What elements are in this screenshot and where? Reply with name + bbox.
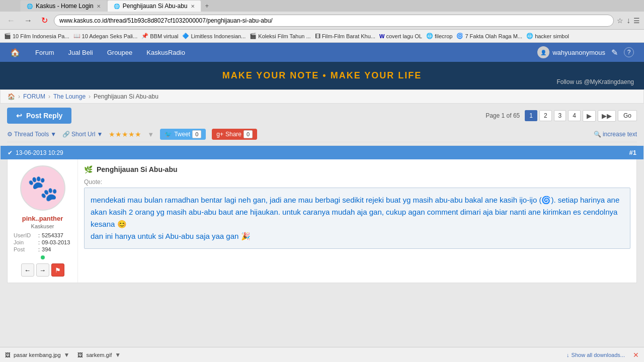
username-nav: wahyuanonymous — [552, 49, 605, 56]
help-icon[interactable]: ? — [624, 47, 634, 57]
bookmark-9[interactable]: 🌐hacker simbol — [526, 33, 569, 39]
thread-toolbar: ⚙ Thread Tools ▼ 🔗 Short Url ▼ ★★★★★ ▼ 🐦… — [7, 127, 637, 142]
share-count: 0 — [244, 130, 253, 138]
bookmark-6[interactable]: Wcovert lagu OL — [379, 33, 422, 39]
download-item-1[interactable]: 🖼 sarkem.gif ▼ — [77, 351, 121, 358]
next-post-button[interactable]: → — [36, 263, 49, 277]
settings-icon[interactable]: ☰ — [633, 17, 640, 25]
tab-label-kaskus: Kaskus - Home Login — [36, 3, 94, 10]
download-arrow-0[interactable]: ▼ — [64, 351, 70, 358]
post-reply-button[interactable]: ↩ Post Reply — [7, 108, 71, 124]
emoji-2: 😊 — [117, 220, 127, 228]
download-label-1: sarkem.gif — [86, 352, 112, 358]
nav-kaskusradio[interactable]: KaskusRadio — [139, 45, 192, 60]
forward-button[interactable]: → — [21, 15, 35, 26]
twitter-icon: 🐦 — [165, 131, 172, 138]
page-next-button[interactable]: ▶ — [583, 110, 596, 122]
user-actions: ← → ⚑ — [21, 263, 64, 277]
rating-stars[interactable]: ★★★★★ — [109, 130, 141, 138]
tab-thread[interactable]: 🌐 Penghijauan Si Abu-abu ✕ — [107, 0, 201, 12]
bookmark-4[interactable]: 🎬Koleksi Film Tahun ... — [250, 33, 310, 39]
download-arrow-1[interactable]: ▼ — [115, 351, 121, 358]
nav-groupee[interactable]: Groupee — [100, 45, 140, 60]
breadcrumb: 🏠 › FORUM › The Lounge › Penghijauan Si … — [0, 89, 644, 104]
breadcrumb-section[interactable]: The Lounge — [53, 93, 86, 100]
check-icon: ✔ — [8, 149, 13, 156]
increase-text-label: increase text — [603, 131, 637, 138]
post-date: ✔ 13-06-2013 10:29 — [8, 149, 63, 156]
breadcrumb-sep-2: › — [89, 93, 91, 100]
user-info: 👤 wahyuanonymous — [537, 46, 605, 58]
show-all-downloads[interactable]: ↓ Show all downloads... — [567, 352, 625, 358]
post-user-rank: Kaskuser — [31, 223, 54, 229]
page-label: Page 1 of 65 — [486, 112, 520, 119]
banner: MAKE YOUR NOTE • MAKE YOUR LIFE Follow u… — [0, 62, 644, 89]
close-download-bar[interactable]: ✕ — [633, 351, 639, 359]
post-content: 🌿 Penghijauan Si Abu-abu Quote: mendekat… — [78, 159, 636, 283]
breadcrumb-sep-0: › — [18, 93, 20, 100]
breadcrumb-forum[interactable]: FORUM — [23, 93, 45, 100]
site-nav-right: 👤 wahyuanonymous ✎ ? — [537, 46, 634, 58]
breadcrumb-thread: Penghijauan Si Abu-abu — [94, 93, 158, 100]
short-url-button[interactable]: 🔗 Short Url ▼ — [62, 131, 103, 138]
flag-user-button[interactable]: ⚑ — [51, 263, 64, 277]
user-avatar-large: 🐾 — [20, 165, 65, 211]
user-sidebar: 🐾 pink..panther Kaskuser UserID : 525433… — [8, 159, 78, 283]
gplus-icon: g+ — [216, 131, 223, 138]
chevron-down-icon: ▼ — [50, 131, 56, 138]
nav-forum[interactable]: Forum — [28, 45, 61, 60]
bookmark-8[interactable]: 🌀7 Fakta Olah Raga M... — [456, 33, 522, 39]
post-title-icon: 🌿 — [84, 165, 93, 173]
bookmark-0[interactable]: 🎬10 Film Indonesia Pa... — [4, 33, 69, 39]
address-bar[interactable] — [54, 15, 614, 27]
post-header: ✔ 13-06-2013 10:29 #1 — [1, 146, 643, 159]
bookmark-1[interactable]: 📖10 Adegan Seks Pali... — [73, 33, 138, 39]
join-date: 09-03-2013 — [42, 239, 70, 245]
site-logo[interactable]: 🏠 — [10, 48, 20, 57]
tab-favicon-kaskus: 🌐 — [27, 4, 33, 9]
bookmark-5[interactable]: 🎞Film-Film Barat Khu... — [315, 33, 375, 39]
increase-text-button[interactable]: 🔍 increase text — [594, 131, 637, 138]
new-tab-button[interactable]: + — [201, 0, 213, 12]
follow-text: Follow us @MyKratingdaeng — [556, 78, 634, 85]
join-sep: : — [38, 239, 40, 245]
downloads-icon[interactable]: ↓ — [626, 16, 630, 25]
post-username[interactable]: pink..panther — [22, 215, 63, 222]
back-button[interactable]: ← — [4, 15, 18, 26]
download-item-0[interactable]: 🖼 pasar kembang.jpg ▼ — [5, 351, 69, 358]
post-sep: : — [38, 246, 40, 252]
short-url-label: Short Url — [71, 131, 95, 138]
thread-tools-label: Thread Tools — [14, 131, 49, 138]
tab-close-kaskus[interactable]: ✕ — [97, 4, 101, 9]
tab-close-thread[interactable]: ✕ — [191, 4, 195, 9]
share-label: Share — [225, 131, 242, 138]
page-btn-4[interactable]: 4 — [568, 110, 581, 121]
quote-box: mendekati mau bulan ramadhan bentar lagi… — [84, 188, 630, 249]
quote-label: Quote: — [84, 178, 630, 186]
page-btn-2[interactable]: 2 — [539, 110, 552, 121]
edit-icon[interactable]: ✎ — [611, 48, 618, 57]
page-last-button[interactable]: ▶▶ — [598, 110, 616, 122]
join-label: Join — [14, 239, 36, 245]
meta-post-row: Post : 394 — [14, 246, 71, 252]
home-icon[interactable]: 🏠 — [8, 93, 15, 100]
bookmark-3[interactable]: 🔷Limitless Indonesian... — [182, 33, 246, 39]
breadcrumb-sep-1: › — [48, 93, 50, 100]
thread-tools-button[interactable]: ⚙ Thread Tools ▼ — [7, 131, 56, 138]
share-button[interactable]: g+ Share 0 — [212, 129, 257, 140]
bookmark-7[interactable]: 🌐filecrop — [426, 33, 452, 39]
cog-icon: ⚙ — [7, 131, 13, 138]
reload-button[interactable]: ↻ — [38, 15, 51, 26]
tweet-button[interactable]: 🐦 Tweet 0 — [160, 129, 206, 140]
tab-kaskus[interactable]: 🌐 Kaskus - Home Login ✕ — [20, 0, 107, 12]
go-button[interactable]: Go — [618, 110, 637, 121]
nav-icons: ☆ ↓ ☰ — [617, 16, 640, 25]
prev-post-button[interactable]: ← — [21, 263, 34, 277]
post-inner: 🐾 pink..panther Kaskuser UserID : 525433… — [8, 159, 636, 283]
meta-userid-row: UserID : 5254337 — [14, 232, 71, 238]
nav-jual-beli[interactable]: Jual Beli — [61, 45, 100, 60]
page-btn-3[interactable]: 3 — [554, 110, 567, 121]
page-btn-1[interactable]: 1 — [525, 110, 537, 121]
bookmark-2[interactable]: 📌BBM virtual — [141, 33, 178, 39]
bookmark-star-icon[interactable]: ☆ — [617, 17, 623, 25]
